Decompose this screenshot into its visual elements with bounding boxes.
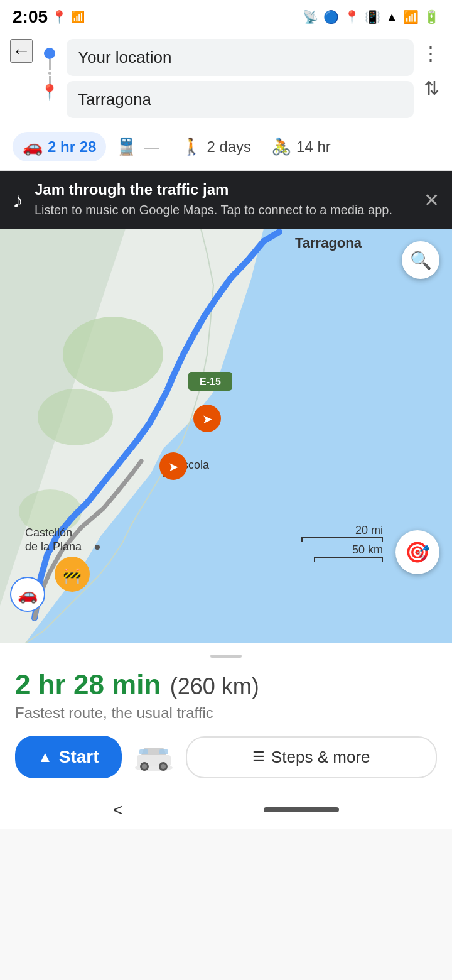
map-view[interactable]: E-15 Tarragona Peniscola Castellón de la… bbox=[0, 229, 452, 643]
map-scale: 20 mi 50 km bbox=[301, 524, 383, 562]
svg-point-11 bbox=[95, 545, 100, 550]
route-duration: 2 hr 28 min bbox=[15, 669, 161, 700]
banner-close-button[interactable]: ✕ bbox=[424, 189, 439, 211]
walk-duration: 2 days bbox=[207, 138, 251, 156]
svg-text:de la Plana: de la Plana bbox=[25, 540, 82, 553]
more-options-button[interactable]: ⋮ bbox=[421, 44, 442, 63]
map-search-button[interactable]: 🔍 bbox=[402, 241, 439, 279]
my-location-button[interactable]: 🎯 bbox=[396, 530, 439, 574]
svg-text:E-15: E-15 bbox=[200, 376, 221, 387]
svg-text:Tarragona: Tarragona bbox=[295, 235, 362, 251]
svg-rect-20 bbox=[139, 749, 148, 754]
map-svg: E-15 Tarragona Peniscola Castellón de la… bbox=[0, 229, 452, 643]
steps-more-button[interactable]: ☰ Steps & more bbox=[186, 736, 437, 778]
svg-text:Castellón: Castellón bbox=[25, 526, 72, 539]
transit-duration: — bbox=[144, 138, 159, 156]
banner-description: Listen to music on Google Maps. Tap to c… bbox=[35, 201, 412, 219]
start-label: Start bbox=[59, 747, 99, 767]
svg-text:➤: ➤ bbox=[202, 412, 213, 426]
location-target-icon: 🎯 bbox=[405, 540, 430, 564]
svg-text:🚧: 🚧 bbox=[63, 566, 82, 584]
steps-icon: ☰ bbox=[252, 749, 265, 765]
svg-point-1 bbox=[63, 317, 163, 392]
steps-label: Steps & more bbox=[271, 748, 370, 767]
route-distance: (260 km) bbox=[170, 673, 259, 699]
navigation-arrow-icon: ▲ bbox=[38, 748, 53, 766]
wifi-icon: ▲ bbox=[385, 10, 398, 24]
origin-dot bbox=[44, 48, 55, 59]
scale-miles: 20 mi bbox=[355, 524, 383, 537]
signal-bars-icon: 📶 bbox=[403, 9, 419, 24]
transit-mode-icon: 🚆 bbox=[116, 137, 136, 156]
vibrate-icon: 📳 bbox=[365, 9, 380, 24]
header: ← 📍 ⋮ ⇅ bbox=[0, 33, 452, 126]
music-banner[interactable]: ♪ Jam through the traffic jam Listen to … bbox=[0, 171, 452, 229]
signal-icon: 📶 bbox=[71, 10, 85, 24]
status-bar: 2:05 📍 📶 📡 🔵 📍 📳 ▲ 📶 🔋 bbox=[0, 0, 452, 33]
walk-mode-icon: 🚶 bbox=[181, 137, 202, 156]
car-icon: 🚗 bbox=[18, 585, 38, 604]
system-back-button[interactable]: < bbox=[113, 800, 122, 820]
car-duration: 2 hr 28 bbox=[48, 138, 96, 156]
bike-duration: 14 hr bbox=[296, 138, 331, 156]
transport-bike[interactable]: 🚴 14 hr bbox=[261, 132, 341, 161]
route-actions: ▲ Start ☰ Steps & more bbox=[15, 736, 437, 778]
cast-icon: 📡 bbox=[303, 9, 318, 24]
search-icon: 🔍 bbox=[410, 250, 432, 271]
transport-transit[interactable]: 🚆 — bbox=[106, 132, 171, 161]
music-icon: ♪ bbox=[13, 188, 23, 212]
car-mode-icon: 🚗 bbox=[23, 137, 43, 156]
svg-point-23 bbox=[142, 764, 147, 769]
route-description: Fastest route, the usual traffic bbox=[15, 704, 437, 722]
bluetooth-icon: 🔵 bbox=[323, 9, 339, 24]
sheet-handle bbox=[210, 655, 242, 658]
route-bottom-sheet: 2 hr 28 min (260 km) Fastest route, the … bbox=[0, 643, 452, 791]
destination-input[interactable] bbox=[67, 81, 414, 118]
svg-point-25 bbox=[161, 764, 166, 769]
svg-text:➤: ➤ bbox=[168, 460, 179, 474]
vehicle-mode-indicator: 🚗 bbox=[10, 577, 45, 612]
scale-km: 50 km bbox=[352, 543, 383, 557]
route-info: 2 hr 28 min (260 km) bbox=[15, 669, 437, 700]
destination-pin-icon: 📍 bbox=[40, 85, 59, 100]
car-3d-icon bbox=[132, 738, 176, 776]
location-icon: 📍 bbox=[51, 9, 67, 24]
banner-title: Jam through the traffic jam bbox=[35, 181, 412, 199]
transport-car[interactable]: 🚗 2 hr 28 bbox=[13, 132, 106, 161]
back-button[interactable]: ← bbox=[10, 39, 33, 63]
origin-input[interactable] bbox=[67, 39, 414, 76]
transport-bar: 🚗 2 hr 28 🚆 — 🚶 2 days 🚴 14 hr bbox=[0, 126, 452, 171]
swap-button[interactable]: ⇅ bbox=[421, 75, 442, 102]
transport-walk[interactable]: 🚶 2 days bbox=[171, 132, 261, 161]
location-status-icon: 📍 bbox=[344, 9, 360, 24]
bike-mode-icon: 🚴 bbox=[271, 137, 291, 156]
start-navigation-button[interactable]: ▲ Start bbox=[15, 736, 122, 778]
navigation-bar: < bbox=[0, 791, 452, 829]
banner-content: Jam through the traffic jam Listen to mu… bbox=[35, 181, 412, 219]
home-indicator[interactable] bbox=[264, 807, 339, 812]
svg-point-2 bbox=[38, 389, 113, 445]
status-time: 2:05 bbox=[13, 7, 48, 27]
battery-icon: 🔋 bbox=[424, 9, 439, 24]
svg-rect-21 bbox=[159, 749, 168, 754]
